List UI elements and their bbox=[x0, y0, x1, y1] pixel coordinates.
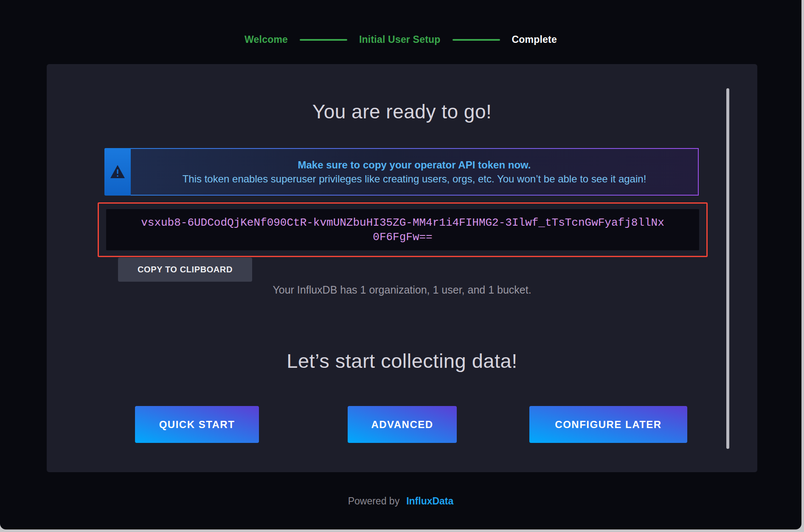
ready-heading: You are ready to go! bbox=[47, 100, 757, 123]
warning-icon-block bbox=[104, 148, 131, 196]
card-scrollbar[interactable] bbox=[726, 88, 729, 449]
onboarding-window: Welcome Initial User Setup Complete You … bbox=[0, 0, 801, 529]
token-warning-banner: Make sure to copy your operator API toke… bbox=[104, 148, 699, 196]
quick-start-button[interactable]: QUICK START bbox=[135, 406, 259, 443]
api-token-value: vsxub8-6UDCodQjKeNf090CtR-kvmUNZbuHI35ZG… bbox=[140, 216, 665, 244]
stepper-step-initial-user-setup[interactable]: Initial User Setup bbox=[359, 34, 440, 45]
setup-stepper: Welcome Initial User Setup Complete bbox=[0, 34, 801, 45]
warning-message-area: Make sure to copy your operator API toke… bbox=[131, 148, 699, 196]
advanced-button[interactable]: ADVANCED bbox=[348, 406, 457, 443]
warning-body-text: This token enables superuser privileges … bbox=[183, 173, 647, 185]
stepper-step-welcome[interactable]: Welcome bbox=[245, 34, 288, 45]
powered-by-label: Powered by bbox=[348, 496, 399, 507]
token-highlight-box: vsxub8-6UDCodQjKeNf090CtR-kvmUNZbuHI35ZG… bbox=[98, 202, 708, 257]
resource-summary-text: Your InfluxDB has 1 organization, 1 user… bbox=[47, 284, 757, 296]
influxdata-brand-link[interactable]: InfluxData bbox=[406, 496, 453, 507]
copy-to-clipboard-button[interactable]: COPY TO CLIPBOARD bbox=[118, 258, 252, 282]
stepper-connector-line bbox=[300, 39, 347, 41]
stepper-connector-line bbox=[453, 39, 500, 41]
collect-data-heading: Let’s start collecting data! bbox=[47, 349, 757, 372]
footer: Powered by InfluxData bbox=[0, 496, 801, 507]
stepper-step-complete: Complete bbox=[512, 34, 557, 45]
token-code-block[interactable]: vsxub8-6UDCodQjKeNf090CtR-kvmUNZbuHI35ZG… bbox=[106, 209, 699, 250]
completion-card: You are ready to go! Make sure to copy y… bbox=[47, 64, 757, 472]
warning-title: Make sure to copy your operator API toke… bbox=[298, 159, 531, 171]
configure-later-button[interactable]: CONFIGURE LATER bbox=[529, 406, 687, 443]
warning-triangle-icon bbox=[110, 165, 125, 179]
